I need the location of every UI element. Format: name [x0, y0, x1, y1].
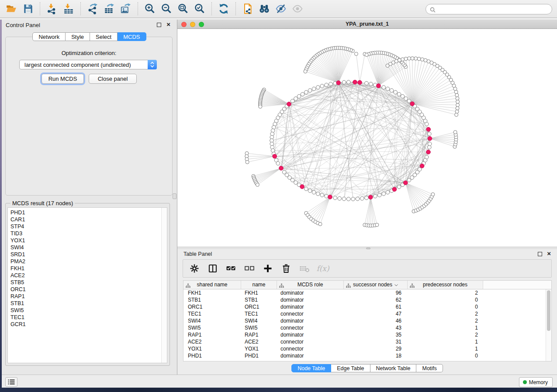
table-cell: FKH1 [241, 289, 277, 296]
dropdown-stepper-icon [148, 60, 157, 69]
criterion-dropdown[interactable]: largest connected component (undirected) [19, 60, 157, 69]
show-all-icon[interactable] [290, 1, 305, 16]
tab-network-table[interactable]: Network Table [370, 364, 417, 372]
mcds-result-item[interactable]: STB1 [8, 300, 161, 307]
vertical-splitter-grip[interactable] [173, 193, 176, 199]
column-header-mcds-role[interactable]: MCDS role [277, 281, 344, 289]
table-row[interactable]: ACE2ACE2connector311 [183, 338, 551, 345]
network-graph [177, 29, 557, 247]
table-cell: dominator [277, 352, 344, 359]
delete-row-icon[interactable] [280, 262, 292, 275]
window-minimize-light[interactable] [190, 22, 195, 27]
table-row[interactable]: FKH1FKH1dominator962 [183, 289, 551, 296]
table-scrollbar[interactable] [546, 289, 551, 361]
mcds-result-item[interactable]: TEC1 [8, 314, 161, 321]
table-row[interactable]: ORC1ORC1dominator610 [183, 303, 551, 310]
table-row[interactable]: TEC1TEC1connector472 [183, 310, 551, 317]
import-network-icon[interactable] [44, 1, 60, 16]
mcds-list-scrollbar[interactable] [161, 208, 167, 363]
control-panel-titlebar: Control Panel × [2, 20, 177, 30]
mcds-result-item[interactable]: YOX1 [8, 237, 161, 244]
mcds-result-item[interactable]: PMA2 [8, 258, 161, 265]
table-row[interactable]: SWI4SWI4dominator462 [183, 317, 551, 324]
open-file-icon[interactable] [3, 1, 19, 16]
search-input[interactable] [437, 5, 549, 14]
zoom-in-icon[interactable] [142, 1, 158, 16]
status-bar: Memory [0, 375, 557, 388]
export-image-icon[interactable] [118, 1, 134, 16]
tab-node-table[interactable]: Node Table [291, 364, 331, 372]
save-session-icon[interactable] [20, 1, 36, 16]
mcds-result-item[interactable]: SWI4 [8, 244, 161, 251]
search-box [426, 4, 552, 14]
mcds-result-list[interactable]: PHD1CAR1STP4TID3YOX1SWI4SRD1PMA2FKH1ACE2… [7, 207, 167, 363]
mcds-result-item[interactable]: GCR1 [8, 321, 161, 328]
control-panel: Control Panel × NetworkStyleSelectMCDS O… [2, 20, 177, 375]
table-row[interactable]: STB1STB1dominator620 [183, 296, 551, 303]
first-neighbors-icon[interactable] [256, 1, 272, 16]
mcds-result-item[interactable]: RAP1 [8, 293, 161, 300]
mcds-result-item[interactable]: PHD1 [8, 209, 161, 216]
mcds-result-item[interactable]: SRD1 [8, 251, 161, 258]
function-builder-icon[interactable]: f(x) [317, 262, 329, 275]
control-panel-tabs: NetworkStyleSelectMCDS [2, 32, 177, 41]
close-table-panel-icon[interactable]: × [547, 250, 551, 257]
table-row[interactable]: SWI5SWI5connector431 [183, 324, 551, 331]
zoom-fit-icon[interactable] [175, 1, 191, 16]
memory-button[interactable]: Memory [519, 377, 553, 387]
tab-select[interactable]: Select [90, 32, 118, 41]
mcds-result-item[interactable]: SWI5 [8, 307, 161, 314]
run-mcds-button[interactable]: Run MCDS [42, 74, 84, 84]
task-history-button[interactable] [5, 377, 17, 387]
float-panel-icon[interactable] [157, 23, 161, 27]
tab-mcds[interactable]: MCDS [118, 32, 146, 41]
tab-edge-table[interactable]: Edge Table [331, 364, 370, 372]
table-cell: 61 [344, 303, 408, 310]
hide-selected-icon[interactable] [273, 1, 289, 16]
mcds-result-item[interactable]: FKH1 [8, 265, 161, 272]
tab-network[interactable]: Network [32, 32, 66, 41]
table-cell: connector [277, 338, 344, 345]
zoom-selected-icon[interactable] [192, 1, 208, 16]
tab-style[interactable]: Style [66, 32, 90, 41]
zoom-out-icon[interactable] [159, 1, 174, 16]
float-table-panel-icon[interactable] [538, 252, 542, 256]
mcds-result-item[interactable]: STB5 [8, 279, 161, 286]
window-close-light[interactable] [181, 22, 187, 27]
table-tabs: Node TableEdge TableNetwork TableMotifs [177, 364, 557, 372]
table-cell: 43 [344, 324, 408, 331]
import-table-icon[interactable] [61, 1, 76, 16]
tab-motifs[interactable]: Motifs [416, 364, 443, 372]
column-header-predecessor-nodes[interactable]: predecessor nodes [408, 281, 483, 289]
close-panel-button[interactable]: Close panel [89, 74, 137, 84]
close-panel-icon[interactable]: × [166, 21, 170, 28]
apply-layout-icon[interactable] [216, 1, 232, 16]
new-network-from-selection-icon[interactable] [240, 1, 256, 16]
export-network-icon[interactable] [85, 1, 100, 16]
mcds-result-item[interactable]: CAR1 [8, 216, 161, 223]
column-header-name[interactable]: name [241, 281, 277, 289]
export-table-icon[interactable] [101, 1, 117, 16]
select-all-icon[interactable] [225, 262, 237, 275]
delete-column-icon[interactable] [298, 262, 311, 275]
deselect-all-icon[interactable] [243, 262, 256, 275]
mcds-result-item[interactable]: TID3 [8, 230, 161, 237]
mcds-result-group: MCDS result (17 nodes) PHD1CAR1STP4TID3Y… [5, 203, 170, 366]
table-settings-icon[interactable] [188, 262, 201, 275]
show-columns-icon[interactable] [207, 262, 219, 275]
scrollbar-thumb[interactable] [547, 290, 550, 331]
mcds-result-item[interactable]: ORC1 [8, 286, 161, 293]
mcds-result-item[interactable]: ACE2 [8, 272, 161, 279]
table-cell: dominator [277, 289, 344, 296]
table-row[interactable]: PHD1PHD1dominator180 [183, 352, 551, 359]
column-header-successor-nodes[interactable]: successor nodes [344, 281, 408, 289]
mcds-result-item[interactable]: STP4 [8, 223, 161, 230]
table-cell: FKH1 [183, 289, 241, 296]
main-toolbar [0, 0, 557, 18]
table-row[interactable]: RAP1RAP1dominator352 [183, 331, 551, 338]
table-row[interactable]: YOX1YOX1connector291 [183, 345, 551, 352]
add-row-icon[interactable] [262, 262, 274, 275]
network-canvas[interactable] [177, 29, 557, 247]
window-maximize-light[interactable] [199, 22, 204, 27]
column-header-shared-name[interactable]: shared name [183, 281, 241, 289]
